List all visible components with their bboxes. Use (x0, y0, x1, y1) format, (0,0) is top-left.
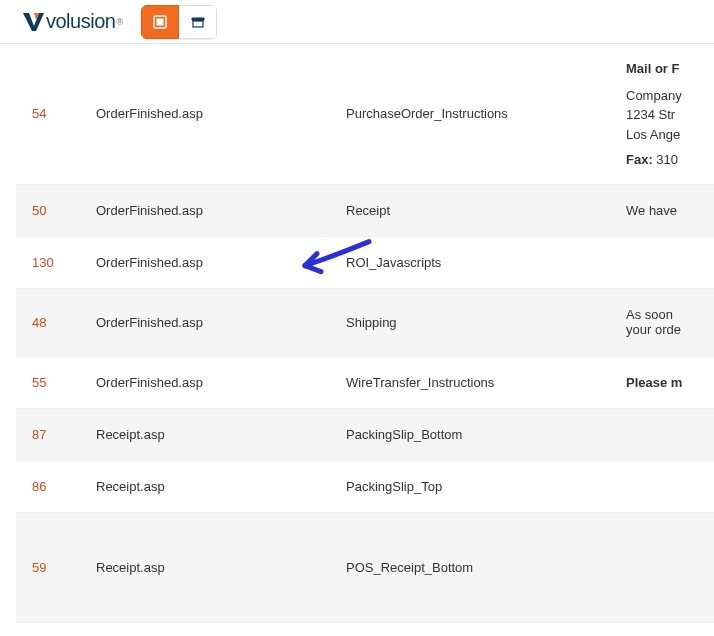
desc-line: your orde (626, 322, 698, 337)
row-desc-cell: Please m (610, 356, 714, 408)
row-page-text: Receipt.asp (96, 479, 165, 494)
desc-suffix-value: 310 (653, 152, 678, 167)
row-page-text: OrderFinished.asp (96, 255, 203, 270)
row-desc-cell (610, 460, 714, 512)
storefront-button[interactable] (179, 5, 217, 39)
header: volusion ® (0, 0, 714, 44)
desc-line: Los Ange (626, 125, 698, 145)
row-page-cell: Receipt.asp (80, 408, 330, 460)
desc-body: Company1234 StrLos Ange (626, 86, 698, 145)
row-id-link[interactable]: 54 (32, 106, 46, 121)
desc-line: 1234 Str (626, 105, 698, 125)
row-name-cell: Receipt (330, 184, 610, 236)
row-id-link[interactable]: 130 (32, 255, 54, 270)
row-id-link[interactable]: 55 (32, 375, 46, 390)
table-row: 54OrderFinished.aspPurchaseOrder_Instruc… (16, 44, 714, 184)
desc-plain: We have (626, 203, 677, 218)
brand-logo[interactable]: volusion ® (20, 10, 123, 34)
row-page-cell: OrderFinished.asp (80, 288, 330, 356)
content-area: 54OrderFinished.aspPurchaseOrder_Instruc… (16, 44, 714, 623)
header-toolbar (141, 5, 217, 39)
logo-mark-icon (20, 10, 44, 34)
svg-rect-2 (193, 21, 203, 27)
row-page-text: Receipt.asp (96, 427, 165, 442)
table-row: 87Receipt.aspPackingSlip_Bottom (16, 408, 714, 460)
desc-suffix-label: Fax: (626, 152, 653, 167)
articles-table: 54OrderFinished.aspPurchaseOrder_Instruc… (16, 44, 714, 623)
row-id-link[interactable]: 59 (32, 560, 46, 575)
row-page-cell: OrderFinished.asp (80, 356, 330, 408)
row-name-cell: Shipping (330, 288, 610, 356)
table-row: 55OrderFinished.aspWireTransfer_Instruct… (16, 356, 714, 408)
row-desc-cell (610, 512, 714, 622)
row-page-cell: Receipt.asp (80, 460, 330, 512)
row-name-cell: WireTransfer_Instructions (330, 356, 610, 408)
table-row: 59Receipt.aspPOS_Receipt_Bottom (16, 512, 714, 622)
brand-text: volusion (46, 10, 115, 33)
row-name-cell: PackingSlip_Bottom (330, 408, 610, 460)
desc-line: Company (626, 86, 698, 106)
table-row: 50OrderFinished.aspReceiptWe have (16, 184, 714, 236)
brand-registered: ® (116, 17, 123, 27)
table-row: 86Receipt.aspPackingSlip_Top (16, 460, 714, 512)
desc-heading: Mail or F (626, 61, 698, 76)
row-page-text: OrderFinished.asp (96, 315, 203, 330)
desc-bold: Please m (626, 375, 682, 390)
row-name-cell: POS_Receipt_Bottom (330, 512, 610, 622)
row-name-cell: PurchaseOrder_Instructions (330, 44, 610, 184)
row-page-text: OrderFinished.asp (96, 106, 203, 121)
row-id-link[interactable]: 50 (32, 203, 46, 218)
row-page-cell: Receipt.asp (80, 512, 330, 622)
row-page-text: OrderFinished.asp (96, 375, 203, 390)
row-page-cell: OrderFinished.asp (80, 184, 330, 236)
row-id-link[interactable]: 48 (32, 315, 46, 330)
row-page-text: OrderFinished.asp (96, 203, 203, 218)
row-name-cell: PackingSlip_Top (330, 460, 610, 512)
row-desc-cell (610, 236, 714, 288)
row-page-cell: OrderFinished.asp (80, 44, 330, 184)
table-row: 130OrderFinished.aspROI_Javascripts (16, 236, 714, 288)
svg-rect-1 (157, 19, 163, 25)
desc-suffix: Fax: 310 (626, 152, 698, 167)
row-desc-cell (610, 408, 714, 460)
row-name-cell: ROI_Javascripts (330, 236, 610, 288)
row-desc-cell: We have (610, 184, 714, 236)
row-page-cell: OrderFinished.asp (80, 236, 330, 288)
row-id-link[interactable]: 86 (32, 479, 46, 494)
row-desc-cell: Mail or FCompany1234 StrLos AngeFax: 310 (610, 44, 714, 184)
row-page-text: Receipt.asp (96, 560, 165, 575)
row-desc-cell: As soonyour orde (610, 288, 714, 356)
dashboard-button[interactable] (141, 5, 179, 39)
row-id-link[interactable]: 87 (32, 427, 46, 442)
desc-line: As soon (626, 307, 698, 322)
table-row: 48OrderFinished.aspShippingAs soonyour o… (16, 288, 714, 356)
